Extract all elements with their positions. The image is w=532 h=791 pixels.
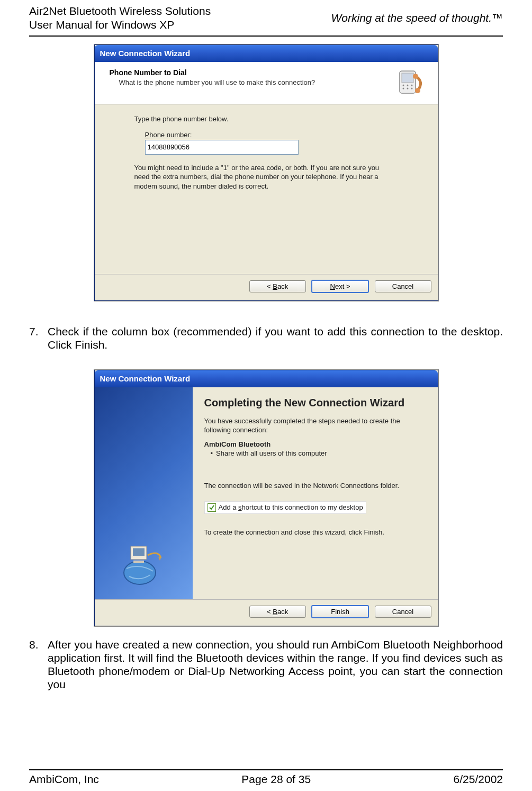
back-button[interactable]: < Back — [249, 280, 306, 292]
complete-para3: To create the connection and close this … — [204, 528, 426, 537]
header-line2: User Manual for Windows XP — [29, 18, 211, 32]
network-globe-icon — [116, 542, 169, 590]
back-button[interactable]: < Back — [249, 606, 306, 618]
completing-title: Completing the New Connection Wizard — [204, 397, 426, 409]
wizard-complete-content: Completing the New Connection Wizard You… — [193, 387, 438, 599]
phone-hint: You might need to include a "1" or the a… — [134, 163, 389, 191]
page-footer: AmbiCom, Inc Page 28 of 35 6/25/2002 — [29, 769, 503, 786]
step-8-number: 8. — [29, 638, 48, 691]
pda-phone-icon — [395, 68, 427, 97]
phone-number-label: Phone number: — [145, 131, 417, 139]
svg-point-6 — [407, 87, 408, 89]
step-7: 7. Check if the column box (recommended)… — [29, 325, 503, 351]
checkmark-icon — [208, 503, 216, 512]
dialog-titlebar: New Connection Wizard — [95, 370, 438, 387]
button-row: < Back Next > Cancel — [95, 274, 438, 300]
header-line1: Air2Net Bluetooth Wireless Solutions — [29, 4, 211, 18]
footer-date: 6/25/2002 — [454, 773, 503, 786]
wizard-subheading: What is the phone number you will use to… — [119, 78, 315, 86]
cancel-button[interactable]: Cancel — [375, 606, 431, 618]
header-tagline: Working at the speed of thought.™ — [331, 12, 503, 24]
button-row: < Back Finish Cancel — [95, 599, 438, 626]
svg-point-5 — [402, 87, 404, 89]
footer-company: AmbiCom, Inc — [29, 773, 99, 786]
svg-point-4 — [411, 84, 412, 86]
svg-point-2 — [402, 84, 404, 86]
svg-point-8 — [413, 74, 418, 79]
step-8: 8. After you have created a new connecti… — [29, 638, 503, 691]
wizard-header: Phone Number to Dial What is the phone n… — [95, 62, 438, 104]
step-7-number: 7. — [29, 325, 48, 351]
svg-rect-13 — [133, 561, 144, 563]
type-phone-label: Type the phone number below. — [134, 115, 417, 123]
next-button[interactable]: Next > — [311, 280, 369, 293]
svg-rect-1 — [402, 73, 413, 83]
new-connection-wizard-dialog-phone: New Connection Wizard Phone Number to Di… — [94, 45, 438, 301]
new-connection-wizard-dialog-complete: New Connection Wizard — [94, 370, 438, 626]
bullet-dot: • — [211, 449, 213, 457]
checkbox-label: Add a shortcut to this connection to my … — [219, 503, 363, 511]
finish-button[interactable]: Finish — [311, 605, 369, 618]
phone-number-input[interactable] — [145, 140, 299, 155]
cancel-button[interactable]: Cancel — [375, 280, 431, 292]
page-header: Air2Net Bluetooth Wireless Solutions Use… — [29, 0, 503, 37]
step-8-text: After you have created a new connection,… — [48, 638, 503, 691]
svg-rect-12 — [133, 548, 145, 556]
wizard-heading: Phone Number to Dial — [110, 68, 315, 77]
connection-name: AmbiCom Bluetooth — [204, 440, 426, 448]
share-bullet: • Share with all users of this computer — [211, 449, 426, 457]
wizard-body: Type the phone number below. Phone numbe… — [95, 104, 438, 274]
step-7-text: Check if the column box (recommended) if… — [48, 325, 503, 351]
svg-point-9 — [415, 88, 420, 93]
svg-point-3 — [407, 84, 408, 86]
complete-para2: The connection will be saved in the Netw… — [204, 481, 426, 491]
svg-point-10 — [124, 561, 156, 584]
header-left: Air2Net Bluetooth Wireless Solutions Use… — [29, 4, 211, 32]
complete-para1: You have successfully completed the step… — [204, 416, 426, 435]
add-shortcut-checkbox[interactable]: Add a shortcut to this connection to my … — [204, 501, 366, 514]
share-text: Share with all users of this computer — [216, 449, 327, 457]
footer-page: Page 28 of 35 — [241, 773, 311, 786]
svg-point-7 — [411, 87, 412, 89]
dialog-titlebar: New Connection Wizard — [95, 45, 438, 62]
wizard-sidebar — [95, 387, 193, 599]
